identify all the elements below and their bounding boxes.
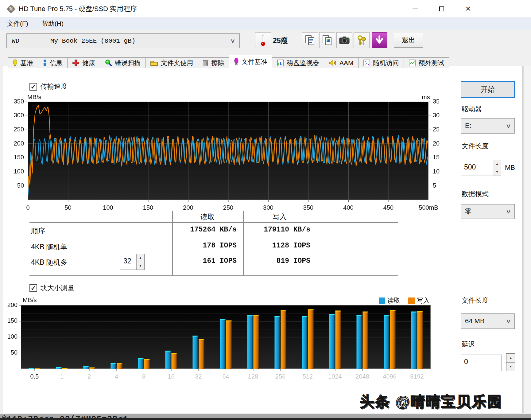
tab-label: 磁盘监视器 [287,59,319,67]
legend-write: 写入 [408,296,430,305]
chevron-down-icon: ∨ [506,208,511,215]
benchmark-bulb-icon [13,59,17,67]
block-size-bar-chart [6,289,442,381]
file-length-label: 文件长度 [462,142,489,151]
chevron-down-icon: ∨ [506,318,511,325]
drive-select-value: E: [465,122,471,130]
block-file-length-select[interactable]: 64 MB ∨ [461,313,515,329]
error-scan-magnifier-icon [105,59,112,67]
tab-label: 文件夹使用 [161,59,193,67]
chevron-down-icon: ∨ [231,37,235,44]
read-column-header: 读取 [172,212,243,222]
start-label: 开始 [481,85,495,94]
delay-value: 0 [461,355,502,371]
copy-image-icon [322,35,332,46]
row-label-4k-random-single: 4KB 随机单 [31,242,68,252]
queue-depth-value: 32 [120,254,136,270]
drive-selector-combo[interactable]: WD My Book 25EE (8001 gB) ∨ [6,33,240,48]
window-title: HD Tune Pro 5.75 - 硬盘/SSD 实用程序 [19,0,137,17]
temperature-value: 25癈 [273,36,288,45]
copy-text-button[interactable] [302,32,318,48]
random-multi-write-value: 819 IOPS [221,257,310,265]
file-length-value: 500 [461,160,493,176]
spin-down-icon[interactable]: ▼ [506,363,515,371]
delay-spinner[interactable]: ▲ ▼ [506,353,515,371]
legend-read-label: 读取 [387,296,400,305]
scatter-dots-icon [363,59,370,67]
download-button[interactable] [372,32,387,48]
tab-folder-usage[interactable]: 文件夹使用 [145,57,198,68]
tab-label: 擦除 [211,59,224,67]
tab-error-scan[interactable]: 错误扫描 [100,57,145,68]
minimize-icon [413,9,418,9]
checkbox-check-icon: ✓ [29,83,37,91]
menu-help[interactable]: 帮助(H) [35,17,70,30]
tab-benchmark[interactable]: 基准 [8,57,38,68]
table-bottom-rule [29,275,398,276]
maximize-icon [439,6,444,11]
folder-icon [150,60,158,66]
options-button[interactable] [354,32,370,48]
chart-legend: 读取 写入 [379,296,430,305]
copy-image-button[interactable] [319,32,335,48]
maximize-button[interactable] [432,0,451,17]
vertical-scrollbar[interactable] [523,66,531,413]
spin-down-icon[interactable]: ▼ [493,168,501,176]
delay-input[interactable]: 0 [461,355,502,371]
transfer-speed-label: 传输速度 [41,82,68,91]
camera-icon [339,36,350,45]
file-length-unit: MB [505,164,515,172]
tab-health[interactable]: 健康 [67,57,100,68]
write-column-header: 写入 [243,212,316,222]
checkbox-check-icon: ✓ [29,284,37,292]
exit-label: 退出 [402,36,415,45]
extra-tests-chart-icon [409,59,416,67]
file-length2-label: 文件长度 [462,296,489,305]
app-icon [6,4,16,14]
disk-monitor-chart-icon [277,59,284,67]
tab-label: 额外测试 [419,59,444,67]
tab-info[interactable]: 信息 [38,57,68,68]
file-length-spinner[interactable]: 500 ▲ ▼ [461,160,501,176]
temperature-button[interactable] [255,32,271,48]
keys-icon [356,35,367,46]
tab-aam[interactable]: AAM [324,57,359,68]
start-button[interactable]: 开始 [461,81,515,98]
sequential-write-value: 179110 KB/s [221,226,310,234]
tab-random-access[interactable]: 随机访问 [358,57,404,68]
spin-up-icon[interactable]: ▲ [137,254,144,262]
block-size-checkbox[interactable]: ✓ 块大小测量 [29,283,74,293]
screenshot-button[interactable] [336,32,352,48]
menu-file[interactable]: 文件(F) [0,17,35,30]
health-cross-icon [72,59,79,67]
drive-selector-value: WD My Book 25EE (8001 gB) [12,37,135,45]
close-button[interactable]: ✕ [459,0,477,17]
exit-button[interactable]: 退出 [394,33,423,48]
spin-up-icon[interactable]: ▲ [506,354,515,363]
write-swatch [408,298,415,304]
table-header-rule [29,222,398,223]
chevron-down-icon: ∨ [506,122,511,129]
data-mode-label: 数据模式 [462,189,489,199]
data-mode-select[interactable]: 零 ∨ [461,204,515,219]
transfer-speed-line-chart [10,92,445,212]
queue-depth-spinner[interactable]: 32 ▲ ▼ [120,254,145,270]
block-size-label: 块大小测量 [41,283,74,293]
data-mode-value: 零 [465,207,472,216]
transfer-speed-checkbox[interactable]: ✓ 传输速度 [29,82,68,91]
spin-up-icon[interactable]: ▲ [493,160,501,168]
drive-select[interactable]: E: ∨ [461,118,515,134]
tab-disk-monitor[interactable]: 磁盘监视器 [272,57,324,68]
title-bar: HD Tune Pro 5.75 - 硬盘/SSD 实用程序 ✕ [0,0,531,17]
drive-label: 驱动器 [462,105,482,114]
watermark-text: 头条 @晴晴宝贝乐园 [360,392,502,411]
spin-down-icon[interactable]: ▼ [137,262,144,270]
tab-extra-tests[interactable]: 额外测试 [404,57,449,68]
tab-file-benchmark[interactable]: 文件基准 [229,55,272,68]
close-icon: ✕ [465,6,471,12]
tab-erase[interactable]: 擦除 [198,57,229,68]
menu-bar: 文件(F) 帮助(H) [0,17,531,30]
down-arrow-icon [375,35,384,45]
minimize-button[interactable] [406,0,424,17]
trash-icon [203,59,209,67]
